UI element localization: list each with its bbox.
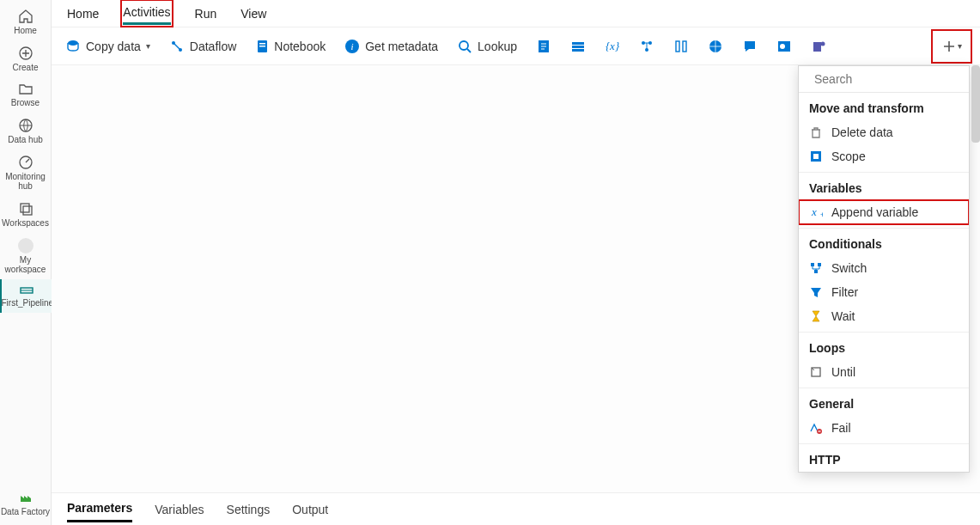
group-general: General — [799, 388, 969, 416]
bottom-tabs: Parameters Variables Settings Output — [52, 492, 980, 525]
item-delete-data[interactable]: Delete data — [799, 120, 969, 144]
svg-rect-16 — [572, 42, 584, 45]
nav-datahub[interactable]: Data hub — [0, 113, 52, 150]
copy-data-icon — [65, 39, 81, 54]
tab-run[interactable]: Run — [195, 3, 217, 24]
dataflow-label: Dataflow — [190, 40, 236, 53]
item-fail[interactable]: Fail — [799, 416, 969, 440]
chat-icon — [742, 39, 758, 54]
item-until-label: Until — [831, 365, 855, 379]
notebook-button[interactable]: Notebook — [252, 36, 329, 57]
activity-search[interactable] — [799, 66, 969, 93]
plus-icon — [942, 40, 956, 53]
folder-icon — [18, 82, 33, 96]
nav-my-workspace[interactable]: My workspace — [0, 233, 52, 279]
chat-button[interactable] — [739, 36, 761, 57]
scope-icon — [809, 150, 823, 163]
nav-home-label: Home — [0, 26, 52, 35]
chevron-down-icon: ▾ — [958, 41, 962, 51]
scrollbar[interactable] — [971, 65, 980, 143]
pipeline-icon — [19, 284, 34, 296]
nav-first-pipeline[interactable]: First_Pipeline — [0, 279, 52, 313]
svg-rect-36 — [818, 263, 821, 266]
tab-view[interactable]: View — [240, 3, 266, 24]
home-icon — [18, 9, 33, 24]
get-metadata-label: Get metadata — [365, 40, 438, 53]
teams-button[interactable] — [807, 36, 830, 57]
item-fail-label: Fail — [831, 421, 851, 435]
get-metadata-button[interactable]: i Get metadata — [341, 36, 441, 57]
activities-popover: Move and transform Delete data Scope Var… — [798, 65, 970, 473]
nav-workspaces[interactable]: Workspaces — [0, 196, 52, 233]
teams-icon — [811, 39, 826, 54]
variable-button[interactable]: {x} — [601, 36, 624, 57]
svg-rect-18 — [572, 49, 584, 52]
svg-rect-24 — [683, 41, 686, 52]
nav-data-factory[interactable]: Data Factory — [0, 485, 52, 525]
nav-data-factory-label: Data Factory — [0, 507, 52, 516]
item-scope[interactable]: Scope — [799, 144, 969, 168]
nav-monitoring[interactable]: Monitoring hub — [0, 150, 52, 196]
switch-icon — [809, 261, 823, 275]
bottom-tab-output[interactable]: Output — [292, 498, 328, 522]
nav-create[interactable]: Create — [0, 40, 52, 77]
globe-data-icon — [18, 118, 33, 133]
svg-text:+: + — [820, 211, 823, 218]
factory-icon — [18, 490, 33, 505]
tab-activities[interactable]: Activities — [123, 2, 170, 25]
bottom-tab-variables[interactable]: Variables — [155, 498, 204, 522]
notebook-icon — [255, 39, 269, 54]
svg-point-14 — [460, 41, 468, 50]
item-wait[interactable]: Wait — [799, 304, 969, 328]
nav-workspaces-label: Workspaces — [0, 218, 52, 228]
item-until[interactable]: Until — [799, 360, 969, 384]
group-http: HTTP — [799, 444, 969, 472]
web-button[interactable] — [704, 36, 727, 57]
nav-home[interactable]: Home — [0, 3, 52, 40]
list-button[interactable] — [567, 36, 589, 57]
powerautomate-button[interactable] — [636, 36, 658, 57]
trash-icon — [809, 125, 823, 139]
svg-point-27 — [780, 44, 785, 49]
item-wait-label: Wait — [831, 309, 855, 323]
tab-home[interactable]: Home — [67, 3, 99, 24]
item-delete-data-label: Delete data — [831, 125, 893, 139]
add-activity-button[interactable]: ▾ — [934, 32, 970, 61]
group-variables: Variables — [799, 173, 969, 200]
item-switch-label: Switch — [831, 261, 867, 275]
activities-toolbar: Copy data ▾ Dataflow Notebook i Get meta… — [52, 27, 980, 65]
variable-plus-icon: x+ — [809, 205, 823, 219]
group-conditionals: Conditionals — [799, 229, 969, 256]
lookup-button[interactable]: Lookup — [453, 36, 520, 57]
nav-browse[interactable]: Browse — [0, 77, 52, 113]
list-icon — [570, 39, 586, 54]
dataflow-icon — [169, 39, 185, 54]
bottom-tab-settings[interactable]: Settings — [227, 498, 271, 522]
script-button[interactable] — [533, 36, 555, 57]
column-button[interactable] — [670, 36, 692, 57]
main-area: Home Activities Run View Copy data ▾ Dat… — [52, 0, 980, 525]
powerautomate-icon — [639, 39, 654, 54]
item-append-variable[interactable]: x+ Append variable — [799, 200, 969, 224]
nav-monitoring-label: Monitoring hub — [0, 172, 52, 191]
plus-circle-icon — [18, 46, 33, 61]
outlook-button[interactable] — [773, 36, 795, 57]
svg-text:i: i — [351, 41, 354, 52]
bottom-tab-parameters[interactable]: Parameters — [67, 496, 132, 522]
lookup-icon — [457, 39, 472, 54]
outlook-icon — [776, 39, 792, 54]
activity-search-input[interactable] — [813, 71, 966, 87]
monitor-icon — [18, 155, 33, 170]
chevron-down-icon: ▾ — [146, 41, 150, 51]
svg-point-6 — [68, 40, 78, 46]
dataflow-button[interactable]: Dataflow — [166, 36, 240, 57]
nav-datahub-label: Data hub — [0, 135, 52, 144]
copy-data-button[interactable]: Copy data ▾ — [62, 36, 154, 57]
group-move-transform: Move and transform — [799, 93, 969, 120]
svg-rect-3 — [21, 204, 29, 212]
column-icon — [673, 39, 689, 54]
item-switch[interactable]: Switch — [799, 256, 969, 280]
item-filter[interactable]: Filter — [799, 280, 969, 304]
group-loops: Loops — [799, 333, 969, 360]
fail-icon — [809, 421, 823, 435]
